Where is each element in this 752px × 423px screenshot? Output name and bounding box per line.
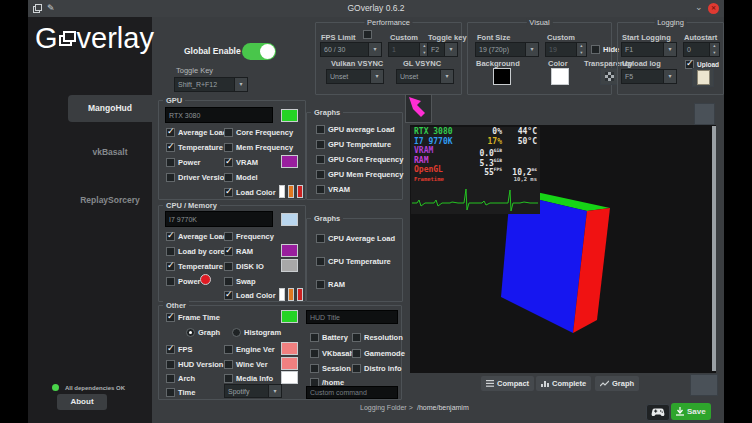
checkbox-battery[interactable]: Battery xyxy=(310,332,348,342)
sidebar-tab-replaysorcery[interactable]: ReplaySorcery xyxy=(68,195,152,205)
checkbox-distro-info[interactable]: Distro info xyxy=(352,363,402,373)
media-info-color-swatch[interactable] xyxy=(281,371,298,384)
cpu-power-color-swatch[interactable] xyxy=(200,274,211,285)
chevron-down-icon[interactable]: ▾ xyxy=(444,43,457,56)
wine-ver-color-swatch[interactable] xyxy=(281,357,298,370)
checkbox-graph-gpu-temperature[interactable]: GPU Temperature xyxy=(316,139,391,149)
font-custom-spinbox[interactable]: 19 ▴▾ xyxy=(545,42,587,57)
checkbox-cpu-temperature[interactable]: Temperature xyxy=(166,261,223,271)
checkbox-hud-version[interactable]: HUD Version xyxy=(166,359,223,369)
fps-limit-dropdown[interactable]: 60 / 30▾ xyxy=(320,42,382,57)
chevron-down-icon[interactable]: ▾ xyxy=(368,43,381,56)
sidebar-tab-mangohud[interactable]: MangoHud xyxy=(68,95,152,122)
checkbox-graph-cpu-average-load[interactable]: CPU Average Load xyxy=(316,233,395,243)
gpu-load-color-low-swatch[interactable] xyxy=(279,185,285,198)
preview-scrollbar[interactable] xyxy=(712,126,716,371)
preview-corner-top-button[interactable] xyxy=(694,103,715,125)
cpu-color-swatch[interactable] xyxy=(281,213,298,226)
view-compact-button[interactable]: Compact xyxy=(481,376,534,391)
background-color-swatch[interactable] xyxy=(493,68,511,85)
perf-toggle-key-dropdown[interactable]: F2▾ xyxy=(427,42,458,57)
checkbox-cpu-frequency[interactable]: Frequency xyxy=(224,231,274,241)
chevron-down-icon[interactable]: ▾ xyxy=(234,78,247,91)
fps-limit-checkbox[interactable] xyxy=(363,29,372,39)
checkbox-media-info[interactable]: Media Info xyxy=(224,373,273,383)
chevron-down-icon[interactable]: ▾ xyxy=(440,70,453,83)
view-complete-button[interactable]: Complete xyxy=(536,376,591,391)
autostart-spinbox[interactable]: 0 ▴▾ xyxy=(683,42,720,57)
cpu-load-color-mid-swatch[interactable] xyxy=(288,288,294,301)
gpu-load-color-mid-swatch[interactable] xyxy=(288,185,294,198)
checkbox-cpu-power[interactable]: Power xyxy=(166,276,201,286)
text-color-swatch[interactable] xyxy=(551,68,569,85)
checkbox-cpu-average-load[interactable]: Average Load xyxy=(166,231,227,241)
checkbox-graph-vram[interactable]: VRAM xyxy=(316,184,350,194)
gl-vsync-dropdown[interactable]: Unset▾ xyxy=(396,69,454,84)
media-player-dropdown[interactable]: Spotify▾ xyxy=(224,384,282,398)
chevron-down-icon[interactable]: ▾ xyxy=(663,43,676,56)
gpu-load-color-high-swatch[interactable] xyxy=(297,185,303,198)
radio-histogram[interactable]: Histogram xyxy=(232,327,281,337)
toggle-key-dropdown[interactable]: Shift_R+F12▾ xyxy=(174,77,248,92)
checkbox-gpu-vram[interactable]: VRAM xyxy=(224,157,258,167)
vram-color-swatch[interactable] xyxy=(281,155,298,168)
spinner-arrows[interactable]: ▴▾ xyxy=(709,43,719,56)
transparency-button[interactable] xyxy=(600,68,618,85)
window-close-button[interactable]: ✕ xyxy=(708,3,719,14)
checkbox-fps[interactable]: FPS xyxy=(166,344,193,354)
checkbox-graph-ram[interactable]: RAM xyxy=(316,279,345,289)
custom-command-input[interactable] xyxy=(306,386,398,399)
spin-down-icon[interactable]: ▾ xyxy=(577,50,586,57)
checkbox-engine-ver[interactable]: Engine Ver xyxy=(224,344,275,354)
ram-color-swatch[interactable] xyxy=(281,244,298,257)
disk-io-color-swatch[interactable] xyxy=(281,259,298,272)
logging-folder-path[interactable]: /home/benjamim xyxy=(417,404,469,411)
checkbox-resolution[interactable]: Resolution xyxy=(352,332,403,342)
engine-ver-color-swatch[interactable] xyxy=(281,342,298,355)
checkbox-session[interactable]: Session xyxy=(310,363,351,373)
checkbox-wine-ver[interactable]: Wine Ver xyxy=(224,359,268,369)
checkbox-graph-gpu-mem-frequency[interactable]: GPU Mem Frequency xyxy=(316,169,403,179)
cpu-load-color-high-swatch[interactable] xyxy=(297,288,303,301)
gpu-color-swatch[interactable] xyxy=(281,109,298,122)
preview-corner-bottom-button[interactable] xyxy=(690,374,718,396)
vulkan-vsync-dropdown[interactable]: Unset▾ xyxy=(326,69,384,84)
checkbox-gpu-driver-version[interactable]: Driver Version xyxy=(166,172,229,182)
upload-file-button[interactable] xyxy=(692,68,714,87)
spinner-arrows[interactable]: ▴▾ xyxy=(576,43,586,56)
chevron-down-icon[interactable]: ▾ xyxy=(268,385,281,397)
start-logging-dropdown[interactable]: F1▾ xyxy=(621,42,677,57)
window-shade-icon[interactable]: ⌄ xyxy=(695,2,703,12)
checkbox-cpu-load-color[interactable]: Load Color xyxy=(224,290,276,300)
checkbox-disk-io[interactable]: DISK IO xyxy=(224,261,264,271)
hide-checkbox[interactable]: Hide xyxy=(591,44,619,54)
checkbox-gpu-power[interactable]: Power xyxy=(166,157,201,167)
gpu-name-input[interactable] xyxy=(165,107,273,123)
checkbox-gpu-load-color[interactable]: Load Color xyxy=(224,187,276,197)
checkbox-gamemode[interactable]: Gamemode xyxy=(352,348,405,358)
about-button[interactable]: About xyxy=(57,394,107,410)
checkbox-gpu-average-load[interactable]: Average Load xyxy=(166,127,227,137)
fps-custom-spinbox[interactable]: 1 ▴▾ xyxy=(388,42,430,57)
sidebar-tab-vkbasalt[interactable]: vkBasalt xyxy=(68,147,152,157)
checkbox-gpu-temperature[interactable]: Temperature xyxy=(166,142,223,152)
spin-down-icon[interactable]: ▾ xyxy=(710,50,719,57)
cpu-load-color-low-swatch[interactable] xyxy=(279,288,285,301)
radio-graph[interactable]: Graph xyxy=(186,327,220,337)
chevron-down-icon[interactable]: ▾ xyxy=(525,43,538,56)
checkbox-graph-gpu-average-load[interactable]: GPU average Load xyxy=(316,124,395,134)
upload-log-dropdown[interactable]: F5▾ xyxy=(621,69,677,84)
gamepad-button[interactable] xyxy=(646,404,670,421)
checkbox-arch[interactable]: Arch xyxy=(166,373,195,383)
checkbox-gpu-mem-frequency[interactable]: Mem Frequency xyxy=(224,142,293,152)
checkbox-load-by-core[interactable]: Load by core xyxy=(166,246,225,256)
checkbox-gpu-core-frequency[interactable]: Core Frequency xyxy=(224,127,293,137)
checkbox-frame-time[interactable]: Frame Time xyxy=(166,312,220,322)
checkbox-vkbasalt[interactable]: VKbasalt xyxy=(310,348,354,358)
font-size-dropdown[interactable]: 19 (720p)▾ xyxy=(475,42,539,57)
global-enable-toggle[interactable] xyxy=(242,43,276,60)
chevron-down-icon[interactable]: ▾ xyxy=(370,70,383,83)
checkbox-graph-gpu-core-frequency[interactable]: GPU Core Frequency xyxy=(316,154,403,164)
hud-position-button[interactable] xyxy=(405,94,432,123)
checkbox-graph-cpu-temperature[interactable]: CPU Temperature xyxy=(316,256,391,266)
